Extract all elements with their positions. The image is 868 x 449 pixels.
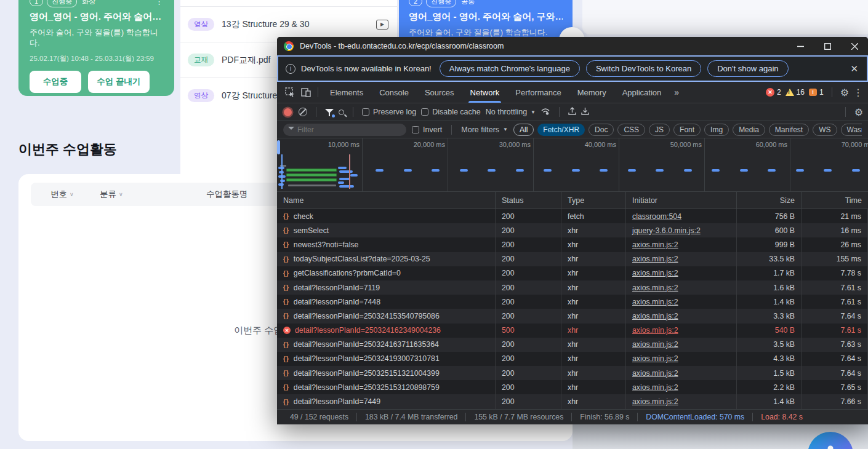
settings-gear-icon[interactable]: ⚙ [840, 87, 849, 98]
devtools-tab[interactable]: Console [371, 82, 417, 103]
invert-filter-toggle[interactable]: Invert [412, 125, 442, 134]
xhr-request-icon: {} [283, 370, 289, 376]
devtools-menu-icon[interactable]: ⋮ [853, 87, 863, 98]
request-initiator-link[interactable]: axios.min.js:2 [632, 326, 678, 335]
filter-input[interactable] [297, 125, 390, 134]
request-row[interactable]: {}✕getClassifications?prbmCatId=0 200 xh… [277, 266, 868, 280]
export-har-icon[interactable] [581, 107, 589, 117]
column-initiator[interactable]: Initiator [626, 192, 737, 209]
column-category[interactable]: 분류 ∨ [100, 189, 171, 200]
disable-cache-toggle[interactable]: Disable cache [421, 108, 481, 116]
request-type-filter-chip[interactable]: Font [673, 124, 701, 136]
preserve-log-checkbox[interactable] [362, 108, 369, 116]
video-player-icon[interactable]: ▶ [376, 20, 388, 30]
end-class-button[interactable]: 수업 끝내기 [88, 71, 150, 93]
request-initiator-link[interactable]: axios.min.js:2 [632, 312, 678, 320]
inspect-element-icon[interactable] [282, 85, 298, 100]
maximize-button[interactable] [814, 37, 841, 55]
request-initiator-link[interactable]: axios.min.js:2 [632, 240, 678, 249]
request-name: newest3?noti=false [294, 240, 359, 249]
request-initiator-link[interactable]: axios.min.js:2 [632, 284, 678, 292]
close-window-button[interactable] [841, 37, 868, 55]
request-row[interactable]: {}✕todaySubjectClassList?date=2025-03-25… [277, 252, 868, 266]
issues-counter[interactable]: !1 [809, 88, 824, 97]
request-initiator-link[interactable]: axios.min.js:2 [632, 298, 678, 306]
clear-network-log-icon[interactable] [299, 108, 307, 116]
request-type-filter-chip[interactable]: Doc [589, 124, 614, 136]
request-type-filter-chip[interactable]: Wasm [841, 124, 862, 136]
request-row[interactable]: {}✕detail?lessonPlanId=25032416234900423… [277, 324, 868, 338]
request-initiator-link[interactable]: axios.min.js:2 [632, 383, 678, 392]
request-initiator-link[interactable]: axios.min.js:2 [632, 369, 678, 378]
network-overview-timeline[interactable]: 10,000 ms20,000 ms30,000 ms40,000 ms50,0… [277, 138, 868, 192]
failed-request-icon: ✕ [283, 327, 291, 334]
preserve-log-toggle[interactable]: Preserve log [362, 108, 416, 116]
devtools-tab[interactable]: Sources [417, 82, 462, 103]
request-row[interactable]: {}✕detail?lessonPlanId=7448 200 xhr axio… [277, 295, 868, 309]
infobar-action-button[interactable]: Switch DevTools to Korean [586, 60, 701, 77]
request-initiator-link[interactable]: axios.min.js:2 [632, 255, 678, 263]
request-initiator-link[interactable]: axios.min.js:2 [632, 354, 678, 363]
request-initiator-link[interactable]: axios.min.js:2 [632, 340, 678, 349]
import-har-icon[interactable] [568, 107, 576, 117]
devtools-tab[interactable]: Performance [507, 82, 569, 103]
devtools-titlebar[interactable]: DevTools - tb-edu.ontactedu.co.kr/ecp/cl… [277, 37, 868, 55]
timeline-scroll-handle[interactable] [277, 140, 280, 154]
request-row[interactable]: {}✕detail?lessonPlanId=25032416371163536… [277, 338, 868, 352]
filter-input-box[interactable] [283, 124, 406, 136]
disable-cache-checkbox[interactable] [421, 108, 428, 116]
request-initiator-link[interactable]: axios.min.js:2 [632, 269, 678, 277]
request-row[interactable]: {}✕check 200 fetch classroom:504 756 B 2… [277, 209, 868, 223]
warning-counter[interactable]: 16 [786, 88, 805, 97]
request-row[interactable]: {}✕semSelect 200 xhr jquery-3.6.0.min.js… [277, 223, 868, 237]
column-number[interactable]: 번호 ∨ [50, 189, 100, 200]
devtools-tab[interactable]: Memory [569, 82, 614, 103]
request-row[interactable]: {}✕detail?lessonPlanId=25032515132100439… [277, 366, 868, 380]
column-type[interactable]: Type [561, 192, 626, 209]
column-time[interactable]: Time [802, 192, 868, 209]
record-network-log-button[interactable] [284, 108, 292, 116]
throttling-dropdown[interactable]: No throttling▼ [486, 108, 536, 116]
filter-toggle-icon[interactable] [325, 108, 334, 116]
invert-checkbox[interactable] [412, 126, 419, 133]
request-initiator-link[interactable]: jquery-3.6.0.min.js:2 [632, 226, 701, 235]
column-number-label: 번호 [50, 189, 67, 200]
devtools-tab[interactable]: Application [614, 82, 670, 103]
request-row[interactable]: {}✕detail?lessonPlanId=25032419300731078… [277, 352, 868, 366]
request-type-filter-chip[interactable]: CSS [617, 124, 645, 136]
request-type-filter-chip[interactable]: Img [704, 124, 729, 136]
request-type-filter-chip[interactable]: Fetch/XHR [537, 124, 585, 136]
infobar-action-button[interactable]: Always match Chrome's language [440, 60, 580, 77]
request-type-filter-chip[interactable]: All [513, 124, 534, 136]
search-icon[interactable] [339, 109, 344, 115]
minimize-button[interactable] [787, 37, 814, 55]
request-row[interactable]: {}✕newest3?noti=false 200 xhr axios.min.… [277, 237, 868, 252]
column-size[interactable]: Size [737, 192, 802, 209]
column-status[interactable]: Status [496, 192, 561, 209]
request-type-filter-chip[interactable]: WS [813, 124, 837, 136]
request-row[interactable]: {}✕detail?lessonPlanId=25032415354079508… [277, 309, 868, 323]
more-tabs-icon[interactable]: » [669, 87, 683, 97]
request-type: xhr [561, 252, 626, 266]
request-row[interactable]: {}✕detail?lessonPlanId=25032515312089875… [277, 380, 868, 394]
request-initiator-link[interactable]: axios.min.js:2 [632, 397, 678, 406]
request-initiator-link[interactable]: classroom:504 [632, 212, 681, 221]
request-row[interactable]: {}✕detail?lessonPlanId=7449 200 xhr axio… [277, 394, 868, 408]
request-type-filter-chip[interactable]: JS [649, 124, 670, 136]
more-filters-dropdown[interactable]: More filters▼ [461, 125, 508, 134]
request-row[interactable]: {}✕detail?lessonPlanId=7119 200 xhr axio… [277, 280, 868, 295]
devtools-tab[interactable]: Network [462, 82, 508, 103]
error-counter[interactable]: ✕2 [766, 88, 781, 97]
card-menu-icon[interactable]: ⋮ [155, 0, 163, 6]
network-settings-gear-icon[interactable]: ⚙ [854, 106, 863, 118]
infobar-close-icon[interactable]: ✕ [848, 63, 861, 74]
in-class-button[interactable]: 수업중 [30, 71, 81, 93]
request-type-filter-chip[interactable]: Media [733, 124, 765, 136]
infobar-action-button[interactable]: Don't show again [707, 60, 788, 77]
devtools-tab[interactable]: Elements [322, 82, 371, 103]
timeline-tick-label: 60,000 ms [705, 138, 790, 191]
device-toolbar-icon[interactable] [298, 85, 314, 100]
request-type-filter-chip[interactable]: Manifest [769, 124, 809, 136]
network-conditions-icon[interactable] [540, 108, 550, 117]
column-name[interactable]: Name [277, 192, 496, 209]
